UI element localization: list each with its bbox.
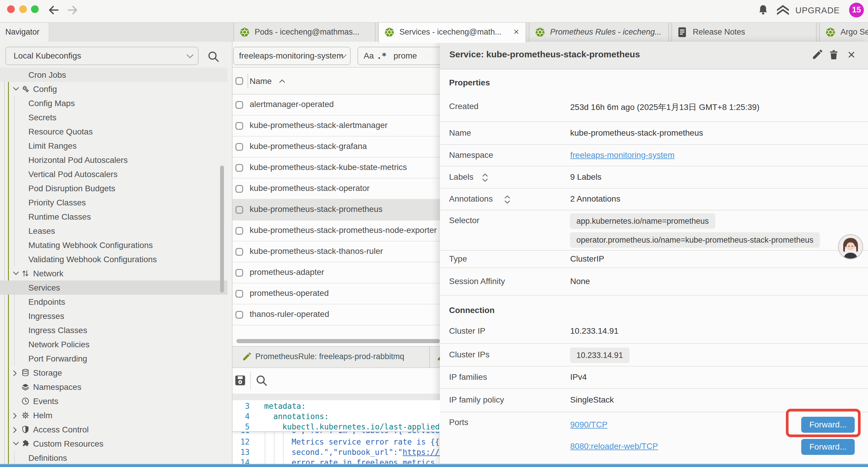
sidebar-item-endpoints[interactable]: Endpoints bbox=[0, 295, 227, 309]
table-row[interactable]: kube-prometheus-stack-alertmanager bbox=[232, 116, 440, 137]
table-row[interactable]: kube-prometheus-stack-thanos-ruler bbox=[232, 241, 440, 262]
row-checkbox[interactable] bbox=[236, 206, 243, 214]
chevron-right-icon[interactable] bbox=[13, 427, 17, 434]
close-icon[interactable]: × bbox=[848, 47, 855, 63]
expand-collapse-icon[interactable] bbox=[482, 173, 488, 183]
service-name: kube-prometheus-stack-thanos-ruler bbox=[250, 246, 383, 256]
runbook-url-link[interactable]: https://net bbox=[403, 448, 440, 457]
sidebar-item-cron-jobs[interactable]: Cron Jobs bbox=[0, 68, 227, 82]
save-icon[interactable] bbox=[234, 374, 247, 388]
sidebar-item-priority-classes[interactable]: Priority Classes bbox=[0, 195, 227, 209]
table-row[interactable]: kube-prometheus-stack-grafana bbox=[232, 137, 440, 157]
table-row[interactable]: kube-prometheus-stack-prometheus bbox=[232, 200, 440, 221]
row-checkbox[interactable] bbox=[236, 164, 243, 172]
sidebar-item-network-policies[interactable]: Network Policies bbox=[0, 337, 227, 351]
tab-prometheus-rules-icecheng[interactable]: Prometheus Rules - icecheng... bbox=[529, 23, 669, 42]
column-header-name[interactable]: Name bbox=[250, 77, 272, 86]
port-link[interactable]: 8080:reloader-web/TCP bbox=[570, 442, 658, 451]
select-all-checkbox[interactable] bbox=[236, 77, 243, 85]
tab-services-icecheng-math[interactable]: Services - icecheng@math...× bbox=[378, 23, 526, 43]
row-checkbox[interactable] bbox=[236, 122, 243, 130]
sidebar-item-mutating-webhook-configurations[interactable]: Mutating Webhook Configurations bbox=[0, 238, 227, 252]
yaml-editor[interactable]: 110","for":"1m","labels":{"service":"12M… bbox=[232, 400, 440, 464]
port-link[interactable]: 9090/TCP bbox=[570, 420, 608, 430]
row-checkbox[interactable] bbox=[236, 143, 243, 151]
row-checkbox[interactable] bbox=[236, 290, 243, 298]
sidebar-item-network[interactable]: Network bbox=[0, 266, 227, 281]
table-row[interactable]: kube-prometheus-stack-operator bbox=[232, 178, 440, 200]
sidebar-item-helm[interactable]: Helm bbox=[0, 408, 227, 422]
kubeconfig-selector[interactable]: Local Kubeconfigs bbox=[5, 47, 198, 65]
sidebar-item-storage[interactable]: Storage bbox=[0, 366, 227, 380]
table-row[interactable]: kube-prometheus-stack-prometheus-node-ex… bbox=[232, 221, 440, 241]
chevron-right-icon[interactable] bbox=[13, 370, 17, 377]
match-case-icon[interactable]: Aa bbox=[364, 51, 374, 61]
sidebar-item-events[interactable]: Events bbox=[0, 394, 227, 408]
table-row[interactable]: kube-prometheus-stack-kube-state-metrics bbox=[232, 157, 440, 178]
table-row[interactable]: thanos-ruler-operated bbox=[232, 304, 440, 325]
notification-badge[interactable]: 15 bbox=[849, 3, 864, 18]
editor-search-icon[interactable] bbox=[255, 374, 268, 388]
sidebar-item-namespaces[interactable]: Namespaces bbox=[0, 380, 227, 394]
tab-argo-se[interactable]: Argo Se bbox=[819, 23, 868, 42]
sidebar-item-config-maps[interactable]: Config Maps bbox=[0, 96, 227, 110]
sidebar-item-horizontal-pod-autoscalers[interactable]: Horizontal Pod Autoscalers bbox=[0, 153, 227, 167]
table-row[interactable]: prometheus-adapter bbox=[232, 262, 440, 284]
forward-button[interactable]: Forward... bbox=[801, 439, 855, 455]
sidebar-item-config[interactable]: Config bbox=[0, 82, 227, 96]
forward-icon[interactable] bbox=[66, 4, 79, 18]
sidebar-item-resource-quotas[interactable]: Resource Quotas bbox=[0, 124, 227, 139]
sidebar-item-secrets[interactable]: Secrets bbox=[0, 110, 227, 124]
tab-navigator[interactable]: Navigator bbox=[0, 23, 49, 42]
sidebar-item-limit-ranges[interactable]: Limit Ranges bbox=[0, 139, 227, 153]
regex-icon[interactable]: .* bbox=[377, 51, 387, 61]
edit-icon[interactable] bbox=[812, 49, 823, 61]
search-icon[interactable] bbox=[207, 50, 220, 64]
chevron-down-icon[interactable] bbox=[13, 87, 19, 92]
minimize-window-button[interactable] bbox=[19, 5, 27, 13]
zoom-window-button[interactable] bbox=[31, 5, 39, 13]
sidebar-item-definitions[interactable]: Definitions bbox=[0, 451, 227, 465]
tab-release-notes[interactable]: Release Notes bbox=[672, 23, 816, 42]
assistant-avatar[interactable] bbox=[838, 234, 863, 260]
chevron-down-icon[interactable] bbox=[13, 441, 19, 447]
row-checkbox[interactable] bbox=[236, 248, 243, 256]
filter-input[interactable]: Aa .* prome bbox=[358, 47, 440, 65]
chevron-down-icon[interactable] bbox=[13, 271, 19, 276]
back-icon[interactable] bbox=[48, 4, 60, 18]
sidebar-item-runtime-classes[interactable]: Runtime Classes bbox=[0, 209, 227, 224]
row-checkbox[interactable] bbox=[236, 269, 243, 276]
bell-icon[interactable] bbox=[757, 4, 769, 18]
namespace-link[interactable]: freeleaps-monitoring-system bbox=[570, 150, 675, 160]
editor-tab-prometheusrule[interactable]: PrometheusRule: freeleaps-prod-rabbitmq bbox=[233, 347, 430, 368]
row-checkbox[interactable] bbox=[236, 185, 243, 193]
sidebar-item-validating-webhook-configurations[interactable]: Validating Webhook Configurations bbox=[0, 252, 227, 266]
row-checkbox[interactable] bbox=[236, 227, 243, 235]
expand-collapse-icon[interactable] bbox=[504, 195, 510, 205]
sidebar-item-port-forwarding[interactable]: Port Forwarding bbox=[0, 351, 227, 366]
upgrade-label[interactable]: UPGRADE bbox=[795, 6, 840, 16]
table-row[interactable]: alertmanager-operated bbox=[232, 95, 440, 116]
namespace-selector[interactable]: freeleaps-monitoring-system bbox=[233, 47, 351, 65]
close-tab-icon[interactable]: × bbox=[514, 26, 519, 37]
tab-pods-icecheng-mathmas[interactable]: Pods - icecheng@mathmas... bbox=[234, 23, 375, 42]
table-row[interactable]: prometheus-operated bbox=[232, 284, 440, 304]
delete-icon[interactable] bbox=[828, 49, 839, 61]
row-checkbox[interactable] bbox=[236, 311, 243, 319]
horizontal-scrollbar[interactable] bbox=[236, 339, 440, 343]
upgrade-icon[interactable] bbox=[776, 3, 790, 18]
sort-asc-icon[interactable] bbox=[279, 79, 285, 84]
chevron-right-icon[interactable] bbox=[13, 413, 17, 420]
sidebar-item-access-control[interactable]: Access Control bbox=[0, 422, 227, 437]
sidebar-item-custom-resources[interactable]: Custom Resources bbox=[0, 437, 227, 451]
sidebar-item-ingresses[interactable]: Ingresses bbox=[0, 309, 227, 323]
sidebar-item-ingress-classes[interactable]: Ingress Classes bbox=[0, 323, 227, 337]
sidebar-item-vertical-pod-autoscalers[interactable]: Vertical Pod Autoscalers bbox=[0, 167, 227, 181]
sidebar-item-pod-disruption-budgets[interactable]: Pod Disruption Budgets bbox=[0, 181, 227, 195]
row-checkbox[interactable] bbox=[236, 101, 243, 109]
close-window-button[interactable] bbox=[7, 5, 15, 13]
sidebar-item-leases[interactable]: Leases bbox=[0, 224, 227, 238]
sidebar-item-services[interactable]: Services bbox=[0, 281, 227, 295]
sidebar-scrollbar[interactable] bbox=[220, 166, 224, 293]
editor-tab-next[interactable] bbox=[430, 347, 440, 368]
